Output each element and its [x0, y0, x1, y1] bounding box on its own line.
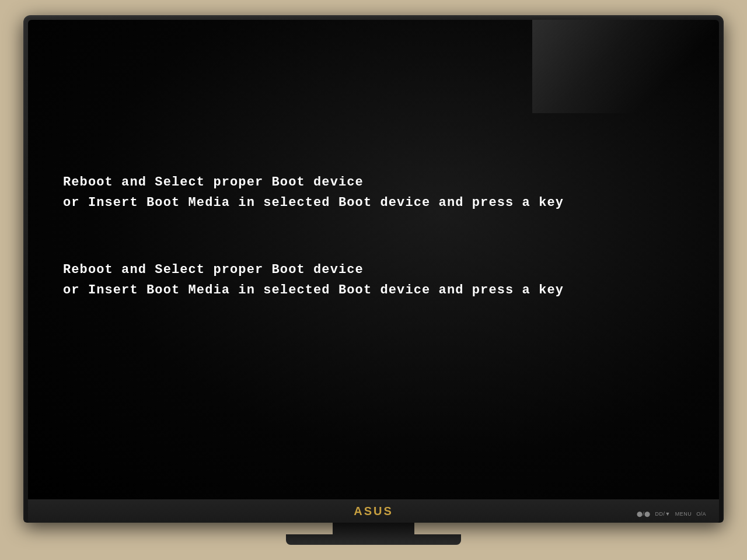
asus-logo: ASUS	[354, 505, 393, 518]
error-block-2: Reboot and Select proper Boot device or …	[63, 260, 684, 300]
error-block-1: Reboot and Select proper Boot device or …	[63, 172, 684, 213]
monitor-stand-base	[286, 534, 461, 545]
screen-content: Reboot and Select proper Boot device or …	[28, 20, 719, 499]
monitor-controls[interactable]: ⬤/⬤ DD/▼ MENU O/A	[637, 511, 706, 517]
error-1-line1: Reboot and Select proper Boot device	[63, 172, 684, 192]
control-label-4: O/A	[696, 511, 706, 517]
error-2-line2: or Insert Boot Media in selected Boot de…	[63, 280, 684, 300]
monitor-bottom-bar: ASUS ⬤/⬤ DD/▼ MENU O/A	[28, 499, 719, 523]
monitor-outer: Reboot and Select proper Boot device or …	[23, 15, 724, 523]
control-label-1: ⬤/⬤	[637, 511, 651, 517]
control-label-3: MENU	[675, 511, 692, 517]
error-1-line2: or Insert Boot Media in selected Boot de…	[63, 192, 684, 213]
control-label-2: DD/▼	[655, 511, 671, 517]
error-2-line1: Reboot and Select proper Boot device	[63, 260, 684, 280]
screen-bezel: Reboot and Select proper Boot device or …	[28, 20, 719, 499]
monitor-stand-neck	[333, 523, 414, 534]
